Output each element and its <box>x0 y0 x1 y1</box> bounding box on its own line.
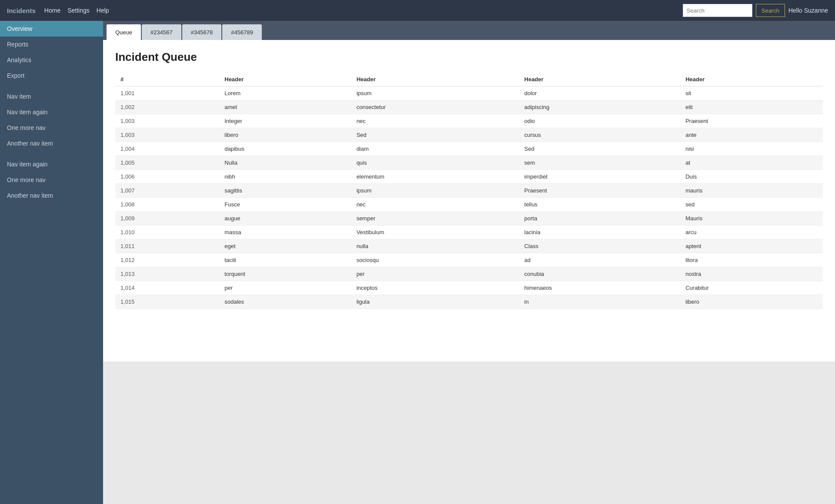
cell-col4: Duis <box>680 170 823 184</box>
table-row: 1,004dapibusdiamSednisi <box>115 142 823 156</box>
cell-num: 1,001 <box>115 86 219 100</box>
table-row: 1,008Fuscenectellussed <box>115 198 823 212</box>
cell-num: 1,015 <box>115 295 219 309</box>
cell-col3: dolor <box>519 86 681 100</box>
sidebar-divider-1 <box>0 83 103 89</box>
cell-col2: ipsum <box>351 86 519 100</box>
cell-num: 1,006 <box>115 170 219 184</box>
tab-456789[interactable]: #456789 <box>222 24 262 40</box>
cell-col1: eget <box>219 239 351 253</box>
cell-col2: sociosqu <box>351 253 519 267</box>
tab-queue[interactable]: Queue <box>107 24 141 40</box>
sidebar-item-nav2[interactable]: Nav item again <box>0 104 103 120</box>
cell-num: 1,013 <box>115 267 219 281</box>
table-row: 1,003IntegernecodioPraesent <box>115 114 823 128</box>
cell-col2: nec <box>351 198 519 212</box>
top-nav-right: Search Hello Suzanne <box>683 4 828 17</box>
cell-col2: quis <box>351 156 519 170</box>
table-row: 1,006nibhelementumimperdietDuis <box>115 170 823 184</box>
cell-num: 1,007 <box>115 184 219 198</box>
table-row: 1,015sodalesligulainlibero <box>115 295 823 309</box>
cell-col1: Lorem <box>219 86 351 100</box>
cell-col4: Praesent <box>680 114 823 128</box>
cell-col4: mauris <box>680 184 823 198</box>
table-row: 1,002ametconsecteturadipiscingelit <box>115 100 823 114</box>
nav-links: Home Settings Help <box>44 7 109 14</box>
table-row: 1,011egetnullaClassaptent <box>115 239 823 253</box>
cell-col2: nec <box>351 114 519 128</box>
sidebar-item-nav1[interactable]: Nav item <box>0 89 103 104</box>
sidebar-item-overview[interactable]: Overview <box>0 21 103 36</box>
table-row: 1,013torquentperconubianostra <box>115 267 823 281</box>
table-row: 1,012tacitisociosquadlitora <box>115 253 823 267</box>
col-header-num: # <box>115 73 219 86</box>
sidebar-item-export[interactable]: Export <box>0 68 103 83</box>
sidebar: Overview Reports Analytics Export Nav it… <box>0 21 103 504</box>
cell-col2: Sed <box>351 128 519 142</box>
cell-num: 1,002 <box>115 100 219 114</box>
cell-num: 1,008 <box>115 198 219 212</box>
col-header-4: Header <box>680 73 823 86</box>
tab-234567[interactable]: #234567 <box>142 24 181 40</box>
cell-num: 1,010 <box>115 225 219 239</box>
sidebar-item-analytics[interactable]: Analytics <box>0 52 103 68</box>
cell-col4: sit <box>680 86 823 100</box>
sidebar-item-nav3[interactable]: One more nav <box>0 120 103 136</box>
cell-col1: sagittis <box>219 184 351 198</box>
sidebar-item-nav7[interactable]: Another nav item <box>0 188 103 203</box>
cell-col3: odio <box>519 114 681 128</box>
cell-num: 1,012 <box>115 253 219 267</box>
search-button[interactable]: Search <box>756 4 785 17</box>
data-table: # Header Header Header Header 1,001Lorem… <box>115 73 823 309</box>
sidebar-item-reports[interactable]: Reports <box>0 36 103 52</box>
main-layout: Overview Reports Analytics Export Nav it… <box>0 21 835 504</box>
cell-col1: Fusce <box>219 198 351 212</box>
greeting-text: Hello Suzanne <box>788 7 828 14</box>
cell-col4: arcu <box>680 225 823 239</box>
cell-col2: per <box>351 267 519 281</box>
tab-345678[interactable]: #345678 <box>182 24 222 40</box>
cell-col1: libero <box>219 128 351 142</box>
cell-col2: ipsum <box>351 184 519 198</box>
cell-col1: Integer <box>219 114 351 128</box>
cell-col4: nisi <box>680 142 823 156</box>
sidebar-item-nav5[interactable]: Nav item again <box>0 156 103 172</box>
cell-col3: cursus <box>519 128 681 142</box>
cell-num: 1,014 <box>115 281 219 295</box>
search-input[interactable] <box>683 4 752 17</box>
cell-col4: at <box>680 156 823 170</box>
cell-num: 1,011 <box>115 239 219 253</box>
cell-col1: massa <box>219 225 351 239</box>
cell-num: 1,003 <box>115 128 219 142</box>
cell-num: 1,004 <box>115 142 219 156</box>
cell-col4: nostra <box>680 267 823 281</box>
nav-help[interactable]: Help <box>97 7 109 14</box>
cell-col1: augue <box>219 212 351 225</box>
cell-col3: lacinia <box>519 225 681 239</box>
cell-col2: nulla <box>351 239 519 253</box>
cell-col4: sed <box>680 198 823 212</box>
cell-col3: Sed <box>519 142 681 156</box>
cell-col3: adipiscing <box>519 100 681 114</box>
cell-col3: himenaeos <box>519 281 681 295</box>
col-header-3: Header <box>519 73 681 86</box>
table-row: 1,014perinceptoshimenaeosCurabitur <box>115 281 823 295</box>
table-row: 1,007sagittisipsumPraesentmauris <box>115 184 823 198</box>
content-area: Queue #234567 #345678 #456789 Incident Q… <box>103 21 835 504</box>
cell-col4: aptent <box>680 239 823 253</box>
cell-col2: semper <box>351 212 519 225</box>
nav-settings[interactable]: Settings <box>67 7 90 14</box>
tabs-bar: Queue #234567 #345678 #456789 <box>103 21 835 40</box>
cell-col1: amet <box>219 100 351 114</box>
sidebar-item-nav4[interactable]: Another nav item <box>0 136 103 151</box>
table-row: 1,003liberoSedcursusante <box>115 128 823 142</box>
table-row: 1,010massaVestibulumlaciniaarcu <box>115 225 823 239</box>
brand-logo: Incidents <box>7 7 36 14</box>
cell-col4: elit <box>680 100 823 114</box>
cell-col4: litora <box>680 253 823 267</box>
table-row: 1,001Loremipsumdolorsit <box>115 86 823 100</box>
sidebar-item-nav6[interactable]: One more nav <box>0 172 103 188</box>
nav-home[interactable]: Home <box>44 7 60 14</box>
cell-num: 1,005 <box>115 156 219 170</box>
cell-col2: consectetur <box>351 100 519 114</box>
